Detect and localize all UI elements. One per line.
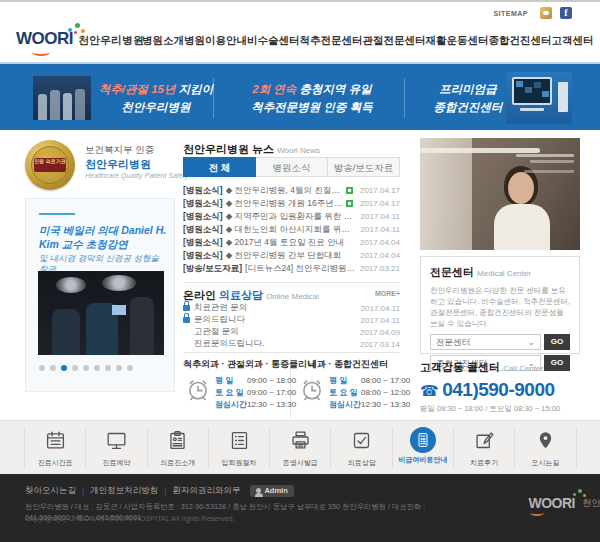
- carousel-dot[interactable]: [127, 365, 133, 371]
- new-badge-icon: [346, 187, 353, 194]
- news-item[interactable]: [병원소식] ◆ 천안우리병원 개원 16주년 기념행사 2017.04.17: [183, 197, 400, 210]
- site-footer: 찾아오시는길 | 개인정보처리방침 | 환자의권리와의무 Admin 천안우리병…: [0, 474, 600, 542]
- news-item[interactable]: [병원소식] ◆ 천안우리병원 간부 단합대회 2017.04.04: [183, 249, 400, 262]
- promo-video-thumbnail[interactable]: [420, 138, 580, 250]
- news-column: 천안우리병원 뉴스 Woori News 전 체 병원소식 방송/보도자료 [병…: [183, 132, 400, 420]
- consult-section-title: 온라인 의료상담 Online Medical MORE+: [183, 288, 400, 303]
- carousel-surgery-photo[interactable]: [38, 271, 164, 355]
- banner-slide-1[interactable]: 척추/관절 15년 지킴이 천안우리병원: [96, 79, 216, 116]
- carousel-dot[interactable]: [72, 365, 78, 371]
- tab-all[interactable]: 전 체: [183, 157, 256, 177]
- right-column: 전문센터 Medical Center 천안우리병원은 다양한 전문 센터를 보…: [420, 132, 580, 420]
- facebook-icon[interactable]: f: [560, 7, 572, 19]
- quick-certificates[interactable]: 증명서발급: [270, 428, 331, 468]
- logo-wordmark: WOORI: [16, 29, 73, 48]
- medical-center-box: 전문센터 Medical Center 천안우리병원은 다양한 전문 센터를 보…: [420, 256, 580, 354]
- banner-staff-photo: [33, 76, 91, 120]
- calendar-icon: [45, 430, 66, 451]
- quick-timetable[interactable]: 진료시간표: [25, 428, 86, 468]
- quick-consult[interactable]: 의료상담: [331, 428, 392, 468]
- news-section-title: 천안우리병원 뉴스 Woori News: [183, 142, 320, 157]
- check-square-icon: [351, 430, 372, 451]
- monitor-icon: [106, 430, 127, 451]
- footer-logo: WOORI 천안우리병원: [529, 494, 576, 512]
- carousel-dot[interactable]: [50, 365, 56, 371]
- logo-orange-arc: [32, 49, 50, 56]
- nav-spine-center[interactable]: 척추전문센터: [300, 34, 363, 48]
- event-carousel: 미국 베일러 의대 Daniel H. Kim 교수 초청강연 및 내시경 경막…: [25, 198, 175, 392]
- consult-item[interactable]: 진료문의드립니다. 2017.03.14: [183, 338, 400, 350]
- sitemap-link[interactable]: SITEMAP: [493, 10, 528, 17]
- banner-checkup-monitor-image: [506, 72, 572, 124]
- nav-usage-guide[interactable]: 병원이용안내: [184, 34, 247, 48]
- cert-line1: 보건복지부 인증: [85, 144, 154, 157]
- cert-hospital-name: 천안우리병원: [85, 157, 151, 172]
- more-link[interactable]: MORE+: [375, 290, 400, 297]
- medical-center-title: 전문센터 Medical Center: [430, 265, 570, 280]
- footer-link-directions[interactable]: 찾아오시는길: [25, 485, 76, 497]
- logo-hospital-name: 천안우리병원: [78, 33, 144, 48]
- tab-press[interactable]: 방송/보도자료: [328, 157, 400, 177]
- top-utility-bar: SITEMAP f: [0, 0, 600, 20]
- nav-customer-center[interactable]: 고객센터: [552, 34, 594, 48]
- certification-block: 인증 의료기관 보건복지부 인증 천안우리병원 Healthcare Quali…: [25, 140, 175, 196]
- nav-checkup-center[interactable]: 종합건진센터: [489, 34, 552, 48]
- person-icon: [256, 488, 261, 493]
- blog-icon[interactable]: [540, 7, 552, 19]
- quick-admission[interactable]: 입퇴원절차: [209, 428, 270, 468]
- consult-item[interactable]: 고관절 문의 2017.04.09: [183, 326, 400, 338]
- consult-list: 치료관련 문의 2017.04.11 문의드립니다 2017.04.11 고관절…: [183, 302, 400, 350]
- quick-reservation[interactable]: 진료예약: [86, 428, 147, 468]
- quick-nonreimbursed-fees[interactable]: 비급여비용안내: [393, 428, 454, 468]
- spine-clinic-hours: 척추외과 · 관절외과 · 통증클리닉 평 일09:00 ~ 18:00 토 요…: [183, 358, 291, 418]
- call-center-block: 고객감동 콜센터 Call Center ☎041)590-9000 평일 08…: [420, 360, 580, 414]
- footer-links: 찾아오시는길 | 개인정보처리방침 | 환자의권리와의무 Admin: [25, 485, 294, 497]
- quick-menu-bar: 진료시간표 진료예약 의료진소개 입퇴원절차 증명서발급 의료상담: [0, 420, 600, 474]
- phone-icon: ☎: [420, 382, 438, 399]
- quick-reviews[interactable]: 치료후기: [454, 428, 515, 468]
- carousel-dot[interactable]: [39, 365, 45, 371]
- banner-slide-3[interactable]: 프리미엄급 종합건진센터: [418, 79, 518, 116]
- nav-joint-center[interactable]: 관절전문센터: [363, 34, 426, 48]
- banner-slide-2[interactable]: 2회 연속 충청지역 유일 척추전문병원 인증 획득: [228, 79, 396, 116]
- nav-rehab-center[interactable]: 재활운동센터: [426, 34, 489, 48]
- divider: [183, 352, 400, 353]
- news-item[interactable]: [병원소식] ◆ 2017년 4월 토요일 진료 안내 2017.04.04: [183, 236, 400, 249]
- quick-doctors[interactable]: 의료진소개: [148, 428, 209, 468]
- center-select[interactable]: 전문센터: [430, 334, 541, 350]
- consult-item[interactable]: 치료관련 문의 2017.04.11: [183, 302, 400, 314]
- pencil-square-icon: [474, 430, 495, 451]
- carousel-dot[interactable]: [116, 365, 122, 371]
- list-icon: [229, 430, 250, 451]
- carousel-dot[interactable]: [83, 365, 89, 371]
- clipboard-person-icon: [167, 430, 188, 451]
- woori-logo[interactable]: WOORI 천안우리병원: [16, 29, 73, 49]
- news-item[interactable]: [병원소식] ◆ 지역주민과 입원환자를 위한 건강강... 2017.04.1…: [183, 210, 400, 223]
- call-center-hours: 평일 08:30 ~ 18:00 / 토요일 08:30 ~ 15:00: [420, 404, 580, 414]
- carousel-dot-active[interactable]: [61, 365, 67, 371]
- quick-directions[interactable]: 오시는길: [515, 428, 576, 468]
- site-header: WOORI 천안우리병원 병원소개 병원이용안내 비수술센터 척추전문센터 관절…: [0, 20, 600, 62]
- news-item[interactable]: [방송/보도자료] [디트뉴스24] 천안우리병원, '노인... 2017.0…: [183, 262, 400, 275]
- tab-hospital-news[interactable]: 병원소식: [256, 157, 328, 177]
- clock-icon: [185, 376, 211, 402]
- lock-icon: [183, 305, 190, 311]
- consult-item[interactable]: 문의드립니다 2017.04.11: [183, 314, 400, 326]
- footer-link-privacy[interactable]: 개인정보처리방침: [90, 485, 158, 497]
- go-button[interactable]: GO: [544, 334, 570, 350]
- carousel-dot[interactable]: [94, 365, 100, 371]
- main-nav: 병원소개 병원이용안내 비수술센터 척추전문센터 관절전문센터 재활운동센터 종…: [142, 34, 588, 48]
- footer-link-patient-rights[interactable]: 환자의권리와의무: [172, 485, 240, 497]
- map-pin-icon: [535, 430, 556, 451]
- carousel-dot[interactable]: [105, 365, 111, 371]
- main-content: 인증 의료기관 보건복지부 인증 천안우리병원 Healthcare Quali…: [0, 132, 600, 420]
- nav-hospital-intro[interactable]: 병원소개: [142, 34, 184, 48]
- nav-nonsurgical-center[interactable]: 비수술센터: [247, 34, 300, 48]
- admin-button[interactable]: Admin: [250, 485, 293, 497]
- news-tabs: 전 체 병원소식 방송/보도자료: [183, 157, 400, 177]
- divider: [183, 282, 400, 283]
- clock-icon: [299, 376, 325, 402]
- news-item[interactable]: [병원소식] ◆ 대한노인회 아산시지회를 위한 '굿모... 2017.04.…: [183, 223, 400, 236]
- lock-icon: [183, 317, 190, 323]
- news-item[interactable]: [병원소식] ◆ 천안우리병원, 4월의 친절직원 2017.04.17: [183, 184, 400, 197]
